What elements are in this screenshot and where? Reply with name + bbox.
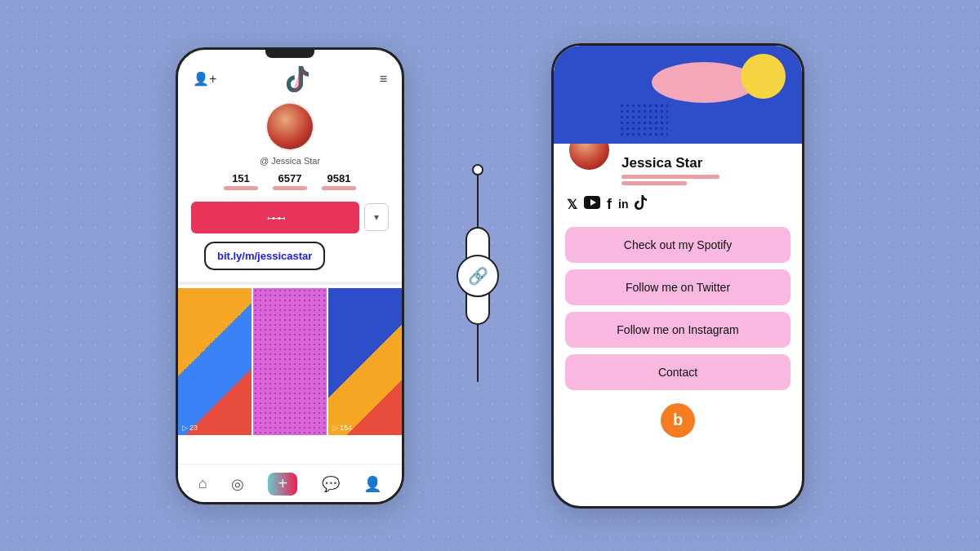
youtube-social-icon[interactable] — [584, 196, 600, 213]
twitter-link-button[interactable]: Follow me on Twitter — [565, 269, 791, 305]
follow-button[interactable]: ꟷꟷꟷ — [191, 202, 359, 233]
inbox-icon[interactable]: 💬 — [322, 475, 340, 493]
grid-cell-2[interactable] — [253, 288, 327, 435]
stat-bar — [224, 186, 258, 190]
link-icon: 🔗 — [468, 266, 488, 286]
top-connector-circle — [472, 164, 483, 176]
discover-icon[interactable]: ◎ — [231, 475, 244, 493]
link-bubble[interactable]: bit.ly/m/jessicastar — [204, 242, 325, 270]
main-scene: 👤+ ≡ @ Jessica Star 151 — [41, 23, 939, 529]
link-circle: 🔗 — [457, 255, 499, 297]
bitly-profile-area: Jessica Star — [554, 144, 802, 189]
twitter-social-icon[interactable]: 𝕏 — [567, 197, 577, 212]
bitly-footer: b — [554, 403, 802, 438]
create-button[interactable]: + — [268, 473, 297, 495]
hamburger-icon[interactable]: ≡ — [380, 72, 387, 87]
stat-likes: 9581 — [322, 172, 356, 190]
dropdown-button[interactable]: ▾ — [364, 203, 389, 231]
bitly-phone: Jessica Star 𝕏 f in Check out my Spotify… — [551, 43, 804, 509]
stat-following: 151 — [224, 172, 258, 190]
bitly-name-area: Jessica Star — [621, 150, 719, 185]
linkedin-social-icon[interactable]: in — [618, 198, 628, 211]
left-avatar — [265, 102, 314, 151]
stat-bar — [322, 186, 356, 190]
notch — [265, 50, 314, 58]
bio-line-2 — [621, 181, 687, 185]
home-icon[interactable]: ⌂ — [198, 475, 207, 492]
tiktok-username: @ Jessica Star — [260, 156, 320, 166]
tiktok-profile-section: @ Jessica Star 151 6577 9581 — [178, 96, 402, 193]
video-count-2: ▷ 154 — [332, 424, 352, 432]
profile-icon[interactable]: 👤 — [363, 475, 381, 493]
instagram-link-button[interactable]: Follow me on Instagram — [565, 312, 791, 348]
grid-cell-3[interactable]: ▷ 154 — [328, 288, 402, 435]
tiktok-header: 👤+ ≡ — [178, 58, 402, 96]
tiktok-logo — [216, 66, 379, 92]
stat-followers: 6577 — [273, 172, 307, 190]
tiktok-social-icon[interactable] — [635, 195, 648, 214]
connection-area: 🔗 — [404, 47, 551, 504]
dots-pattern — [619, 103, 668, 136]
stat-bar — [273, 186, 307, 190]
bio-line-1 — [621, 175, 719, 179]
contact-link-button[interactable]: Contact — [565, 354, 791, 390]
spotify-link-button[interactable]: Check out my Spotify — [565, 227, 791, 263]
blob-pink — [652, 62, 756, 103]
tiktok-video-grid: ▷ 23 ▷ 154 — [178, 288, 402, 435]
social-icons-row: 𝕏 f in — [554, 189, 802, 220]
grid-cell-1[interactable]: ▷ 23 — [178, 288, 252, 435]
blob-yellow — [741, 54, 786, 99]
tiktok-nav: ⌂ ◎ + 💬 👤 — [178, 464, 402, 502]
bitly-logo: b — [661, 403, 695, 438]
add-user-icon[interactable]: 👤+ — [193, 71, 216, 87]
stats-row: 151 6577 9581 — [224, 172, 356, 190]
bitly-name: Jessica Star — [621, 155, 719, 171]
bitly-link-text: bit.ly/m/jessicastar — [217, 250, 312, 262]
tiktok-phone: 👤+ ≡ @ Jessica Star 151 — [176, 47, 404, 504]
video-count-1: ▷ 23 — [182, 424, 198, 432]
follow-btn-row: ꟷꟷꟷ ▾ — [191, 202, 389, 233]
facebook-social-icon[interactable]: f — [607, 196, 612, 213]
follow-squiggle: ꟷꟷꟷ — [267, 209, 284, 226]
bitly-links: Check out my Spotify Follow me on Twitte… — [554, 220, 802, 397]
chevron-down-icon: ▾ — [374, 211, 379, 223]
bitly-header-banner — [554, 46, 802, 144]
